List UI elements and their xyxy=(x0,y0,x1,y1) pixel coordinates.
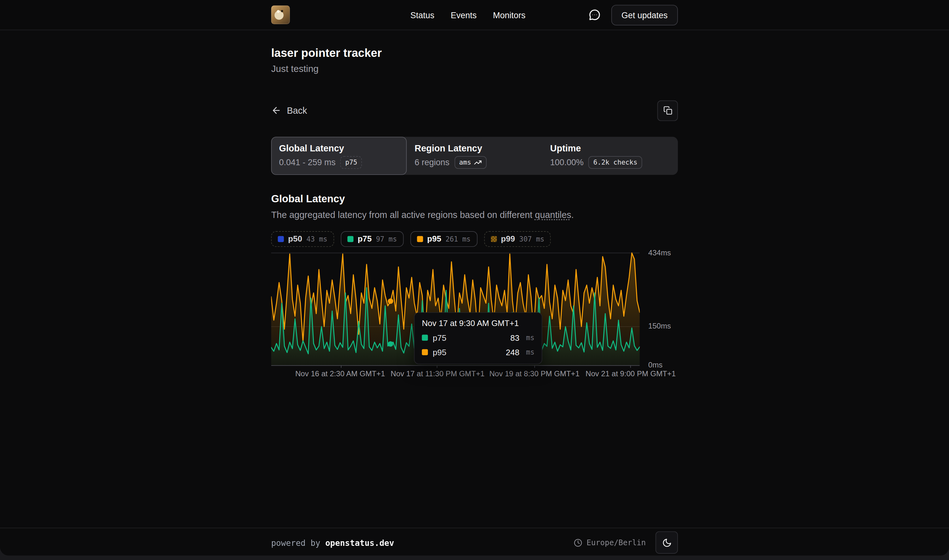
back-link[interactable]: Back xyxy=(271,106,307,116)
back-row: Back xyxy=(271,100,678,121)
y-tick-zero: 0ms xyxy=(648,360,663,369)
latency-chart-area[interactable]: Nov 17 at 9:30 AM GMT+1 p75 83ms p95 xyxy=(271,249,640,368)
section-description: The aggregated latency from all active r… xyxy=(271,209,678,220)
tab-global-latency[interactable]: Global Latency 0.041 - 259 ms p75 xyxy=(271,137,407,175)
tab-region-latency[interactable]: Region Latency 6 regions ams xyxy=(407,137,543,175)
nav-right: Get updates xyxy=(588,5,678,25)
tab-global-latency-value: 0.041 - 259 ms xyxy=(279,157,335,167)
arrow-left-icon xyxy=(271,106,281,116)
p99-swatch xyxy=(491,236,497,242)
section-title: Global Latency xyxy=(271,193,678,205)
latency-chart-block: Nov 17 at 9:30 AM GMT+1 p75 83ms p95 xyxy=(271,249,678,368)
p95-swatch xyxy=(417,236,423,242)
logo-avatar[interactable] xyxy=(271,5,290,24)
nav-link-monitors[interactable]: Monitors xyxy=(493,10,525,20)
region-badge: ams xyxy=(454,156,487,169)
feedback-chat-icon[interactable] xyxy=(588,8,602,22)
copy-link-button[interactable] xyxy=(657,100,678,121)
nav-links: Status Events Monitors xyxy=(410,10,525,20)
nav-link-events[interactable]: Events xyxy=(451,10,477,20)
powered-by: powered by openstatus.dev xyxy=(271,538,394,548)
p75-badge: p75 xyxy=(340,156,362,169)
metric-tabs: Global Latency 0.041 - 259 ms p75 Region… xyxy=(271,137,678,175)
legend-pill-p99[interactable]: p99 307 ms xyxy=(484,231,551,247)
tooltip-row-p95: p95 248ms xyxy=(422,348,534,357)
top-nav: Status Events Monitors Get updates xyxy=(0,0,949,30)
y-tick-mid: 150ms xyxy=(648,322,671,331)
trending-up-icon xyxy=(474,158,482,166)
timezone: Europe/Berlin xyxy=(574,538,646,547)
tooltip-p75-swatch xyxy=(422,335,428,341)
tooltip-row-p75: p75 83ms xyxy=(422,333,534,342)
tab-uptime-value: 100.00% xyxy=(550,157,584,167)
p75-swatch xyxy=(348,236,354,242)
legend-pill-p95[interactable]: p95 261 ms xyxy=(410,231,477,247)
x-tick-4: Nov 21 at 9:00 PM GMT+1 xyxy=(586,370,676,378)
page-title: laser pointer tracker xyxy=(271,46,678,60)
chart-legend: p50 43 ms p75 97 ms p95 261 ms xyxy=(271,231,678,247)
status-page: Status Events Monitors Get updates xyxy=(0,0,949,555)
openstatus-link[interactable]: openstatus.dev xyxy=(325,538,394,548)
y-axis: 434ms 150ms 0ms xyxy=(640,249,678,368)
tab-region-latency-value: 6 regions xyxy=(415,157,449,167)
chart-tooltip: Nov 17 at 9:30 AM GMT+1 p75 83ms p95 xyxy=(414,312,542,364)
get-updates-button[interactable]: Get updates xyxy=(611,5,678,25)
p50-swatch xyxy=(278,236,284,242)
nav-link-status[interactable]: Status xyxy=(410,10,434,20)
quantiles-link[interactable]: quantiles xyxy=(535,209,571,220)
clock-icon xyxy=(574,538,582,547)
copy-icon xyxy=(663,106,672,115)
theme-toggle-button[interactable] xyxy=(655,531,678,554)
checks-badge: 6.2k checks xyxy=(588,156,642,169)
x-tick-3: Nov 19 at 8:30 PM GMT+1 xyxy=(489,370,580,378)
footer: powered by openstatus.dev Europe/Berlin xyxy=(0,528,949,555)
y-tick-max: 434ms xyxy=(648,248,671,257)
legend-pill-p75[interactable]: p75 97 ms xyxy=(341,231,404,247)
legend-pill-p50[interactable]: p50 43 ms xyxy=(271,231,334,247)
main-content: laser pointer tracker Just testing Back xyxy=(0,30,949,528)
x-tick-1: Nov 16 at 2:30 AM GMT+1 xyxy=(295,370,385,378)
tab-uptime[interactable]: Uptime 100.00% 6.2k checks xyxy=(542,137,678,175)
x-axis-labels: Nov 16 at 2:30 AM GMT+1 Nov 17 at 11:30 … xyxy=(271,370,678,379)
viewport-scaler: Status Events Monitors Get updates xyxy=(0,0,949,560)
moon-icon xyxy=(662,538,672,548)
tooltip-p95-swatch xyxy=(422,349,428,355)
x-tick-2: Nov 17 at 11:30 PM GMT+1 xyxy=(391,370,485,378)
page-subtitle: Just testing xyxy=(271,63,678,74)
